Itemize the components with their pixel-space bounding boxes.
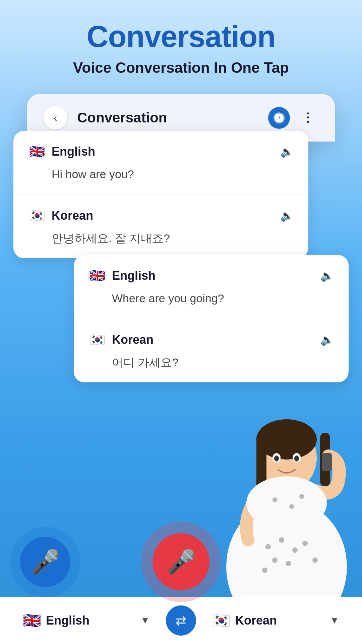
flag-korean-1: 🇰🇷	[28, 207, 46, 224]
svg-point-8	[312, 557, 318, 563]
svg-point-17	[294, 455, 299, 462]
lang-flag-english: 🇬🇧	[23, 612, 41, 629]
page-header: Conversation Voice Conversation In One T…	[0, 0, 362, 76]
lang-name-english-2: English	[112, 269, 156, 283]
back-button[interactable]: ‹	[44, 106, 67, 129]
swap-button[interactable]: ⇄	[166, 605, 196, 636]
conv-row-ko-1: 🇰🇷 Korean 🔈 안녕하세요. 잘 지내죠?	[13, 195, 308, 259]
page-title: Conversation	[0, 20, 362, 53]
mic-icon-center: 🎤	[167, 548, 196, 576]
conversation-card-2: 🇬🇧 English 🔈 Where are you going? 🇰🇷 Kor…	[74, 255, 349, 382]
svg-point-19	[246, 476, 327, 530]
conv-text-en-2: Where are you going?	[88, 290, 334, 307]
lang-name-korean-2: Korean	[112, 333, 154, 347]
lang-flag-korean: 🇰🇷	[212, 612, 231, 629]
lang-text-english: English	[46, 613, 136, 628]
bottom-toolbar: 🇬🇧 English ▼ ⇄ 🇰🇷 Korean ▼	[0, 597, 362, 644]
svg-rect-18	[322, 453, 332, 471]
svg-point-22	[299, 494, 304, 499]
page-subtitle: Voice Conversation In One Tap	[0, 59, 362, 76]
svg-point-3	[292, 547, 298, 553]
dropdown-arrow-korean: ▼	[330, 615, 339, 626]
mic-button-left[interactable]: 🎤	[20, 537, 70, 587]
conv-text-ko-1: 안녕하세요. 잘 지내죠?	[28, 230, 294, 247]
mic-icon-left: 🎤	[31, 548, 60, 576]
speaker-icon-en-1[interactable]: 🔈	[280, 145, 294, 158]
speaker-icon-en-2[interactable]: 🔈	[320, 269, 334, 282]
speaker-icon-ko-2[interactable]: 🔈	[320, 333, 334, 346]
svg-point-5	[302, 541, 308, 546]
more-button[interactable]: ⋮	[297, 107, 318, 129]
person-illustration	[215, 409, 355, 597]
svg-point-4	[272, 557, 278, 563]
svg-point-2	[279, 537, 284, 543]
conv-text-en-1: Hi how are you?	[28, 166, 294, 182]
svg-point-21	[289, 504, 294, 509]
conv-row-en-1: 🇬🇧 English 🔈 Hi how are you?	[13, 131, 308, 195]
flag-english-1: 🇬🇧	[28, 143, 46, 160]
svg-point-1	[265, 544, 271, 549]
app-card-title: Conversation	[77, 110, 268, 126]
svg-point-20	[273, 497, 277, 502]
svg-point-6	[286, 561, 291, 566]
conv-row-en-2: 🇬🇧 English 🔈 Where are you going?	[74, 255, 349, 319]
svg-point-16	[274, 455, 279, 462]
mic-button-center[interactable]: 🎤	[153, 533, 209, 590]
lang-name-english-1: English	[52, 145, 95, 159]
svg-point-7	[262, 568, 267, 573]
flag-english-2: 🇬🇧	[88, 267, 106, 284]
lang-selector-left[interactable]: 🇬🇧 English ▼	[13, 606, 159, 635]
conv-text-ko-2: 어디 가세요?	[88, 355, 334, 371]
more-icon: ⋮	[302, 111, 314, 125]
lang-name-korean-1: Korean	[52, 209, 93, 223]
flag-korean-2: 🇰🇷	[88, 331, 106, 348]
history-button[interactable]: 🕐	[268, 107, 290, 129]
conversation-card-1: 🇬🇧 English 🔈 Hi how are you? 🇰🇷 Korean 🔈…	[13, 131, 308, 258]
conv-row-ko-2: 🇰🇷 Korean 🔈 어디 가세요?	[74, 319, 349, 383]
header-icons: 🕐 ⋮	[268, 107, 318, 129]
history-icon: 🕐	[273, 112, 285, 124]
lang-text-korean: Korean	[235, 613, 325, 628]
dropdown-arrow-english: ▼	[140, 615, 150, 626]
lang-selector-right[interactable]: 🇰🇷 Korean ▼	[203, 606, 349, 635]
speaker-icon-ko-1[interactable]: 🔈	[280, 209, 294, 222]
swap-icon: ⇄	[176, 613, 186, 628]
